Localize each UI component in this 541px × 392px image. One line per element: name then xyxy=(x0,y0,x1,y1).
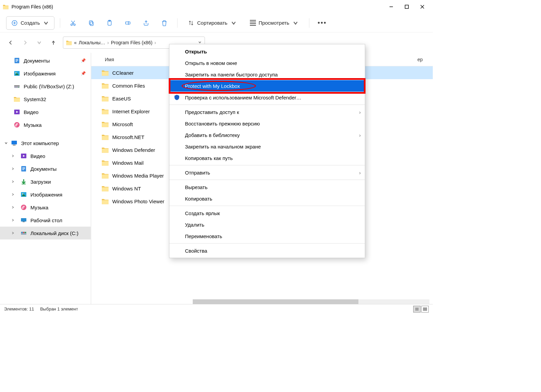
context-separator xyxy=(169,243,365,244)
context-item-label: Отправить xyxy=(185,170,210,176)
column-size-fragment: ер xyxy=(417,57,423,62)
thumbnails-view-button[interactable] xyxy=(421,306,429,313)
file-name: Windows Defender xyxy=(112,147,155,153)
expand-icon[interactable] xyxy=(10,153,16,159)
delete-button[interactable] xyxy=(157,16,172,30)
file-name: Windows Media Player xyxy=(112,173,164,179)
context-menu-item[interactable]: Открыть в новом окне xyxy=(169,57,365,69)
doc-icon xyxy=(14,57,20,64)
forward-button[interactable] xyxy=(20,38,30,47)
svg-rect-34 xyxy=(11,141,17,144)
img-icon xyxy=(20,191,27,198)
horizontal-scrollbar[interactable] xyxy=(193,299,429,304)
svg-rect-29 xyxy=(14,85,20,86)
context-menu-item[interactable]: Открыть xyxy=(169,46,365,57)
pin-icon: 📌 xyxy=(81,58,86,63)
column-name[interactable]: Имя xyxy=(105,57,114,62)
svg-rect-58 xyxy=(425,308,427,309)
context-menu-item[interactable]: Свойства xyxy=(169,245,365,256)
breadcrumb-segment[interactable]: Локальны… xyxy=(79,40,105,45)
view-label: Просмотреть xyxy=(259,20,289,26)
context-menu-item[interactable]: Проверка с использованием Microsoft Defe… xyxy=(169,92,365,103)
title-bar: Program Files (x86) xyxy=(0,0,433,14)
sidebar-this-pc[interactable]: Этот компьютер xyxy=(0,137,91,149)
address-folder-icon xyxy=(66,40,72,46)
rename-button[interactable] xyxy=(120,16,135,30)
context-menu-item[interactable]: Удалить xyxy=(169,219,365,230)
context-menu-item[interactable]: Закрепить на панели быстрого доступа xyxy=(169,69,365,80)
sidebar-tree-item[interactable]: Локальный диск (C:) xyxy=(0,227,91,239)
video-icon xyxy=(20,153,27,159)
expand-icon[interactable] xyxy=(10,205,16,210)
file-name: Windows Mail xyxy=(112,160,144,166)
sidebar-quick-item[interactable]: Документы📌 xyxy=(0,54,91,67)
item-count: Элементов: 11 xyxy=(4,306,34,312)
context-separator xyxy=(169,206,365,206)
context-menu-item[interactable]: Закрепить на начальном экране xyxy=(169,141,365,152)
view-button[interactable]: Просмотреть xyxy=(245,16,304,30)
collapse-icon[interactable] xyxy=(3,140,9,146)
submenu-arrow-icon: › xyxy=(359,132,361,138)
sidebar-quick-item[interactable]: System32 xyxy=(0,93,91,106)
back-button[interactable] xyxy=(6,38,16,47)
submenu-arrow-icon: › xyxy=(359,170,361,176)
music-icon xyxy=(20,204,27,211)
more-button[interactable]: ••• xyxy=(315,16,330,30)
folder-icon xyxy=(101,108,109,115)
context-menu-item[interactable]: Отправить› xyxy=(169,167,365,178)
sidebar-tree-item[interactable]: Изображения xyxy=(0,188,91,201)
sidebar-tree-item[interactable]: Загрузки xyxy=(0,175,91,188)
context-item-label: Предоставить доступ к xyxy=(185,109,239,115)
context-menu-item[interactable]: Восстановить прежнюю версию xyxy=(169,118,365,129)
expand-icon[interactable] xyxy=(10,230,16,236)
context-menu-item[interactable]: Копировать как путь xyxy=(169,152,365,164)
context-menu-item[interactable]: Добавить в библиотеку› xyxy=(169,129,365,141)
breadcrumb-segment[interactable]: Program Files (x86) xyxy=(111,40,152,45)
context-menu-item[interactable]: Создать ярлык xyxy=(169,207,365,219)
context-menu-item[interactable]: Protect with My Lockbox xyxy=(169,80,365,92)
expand-icon[interactable] xyxy=(10,166,16,171)
new-button[interactable]: Создать xyxy=(6,16,54,30)
sidebar-tree-item[interactable]: Музыка xyxy=(0,201,91,214)
maximize-button[interactable] xyxy=(399,0,415,14)
sidebar-quick-item[interactable]: Музыка xyxy=(0,118,91,131)
sort-label: Сортировать xyxy=(197,20,228,26)
sidebar-tree-item[interactable]: Видео xyxy=(0,149,91,162)
toolbar-divider xyxy=(309,18,309,28)
sidebar-item-label: Видео xyxy=(30,153,45,159)
sidebar-item-label: Музыка xyxy=(24,122,42,128)
copy-button[interactable] xyxy=(84,16,99,30)
expand-icon[interactable] xyxy=(10,217,16,223)
svg-point-33 xyxy=(14,122,20,128)
details-view-button[interactable] xyxy=(413,306,421,313)
up-button[interactable] xyxy=(49,38,58,47)
context-menu-item[interactable]: Предоставить доступ к› xyxy=(169,106,365,118)
close-button[interactable] xyxy=(415,0,430,14)
shield-icon xyxy=(173,94,180,101)
recent-button[interactable] xyxy=(34,38,44,47)
sidebar-quick-item[interactable]: Public (\\VBoxSvr) (Z:) xyxy=(0,80,91,93)
context-item-label: Переименовать xyxy=(185,233,222,239)
context-menu-item[interactable]: Переименовать xyxy=(169,230,365,242)
sidebar-item-label: Документы xyxy=(30,166,56,172)
file-name: Windows Photo Viewer xyxy=(112,199,164,204)
sidebar-tree-item[interactable]: Документы xyxy=(0,162,91,175)
svg-rect-35 xyxy=(13,145,16,145)
paste-button[interactable] xyxy=(102,16,117,30)
sidebar-quick-item[interactable]: Видео xyxy=(0,106,91,118)
sort-button[interactable]: Сортировать xyxy=(183,16,242,30)
share-button[interactable] xyxy=(139,16,154,30)
folder-icon xyxy=(101,82,109,89)
context-menu-item[interactable]: Копировать xyxy=(169,193,365,204)
sidebar-item-label: Загрузки xyxy=(30,179,51,185)
context-item-label: Свойства xyxy=(185,248,207,254)
minimize-button[interactable] xyxy=(383,0,399,14)
cut-button[interactable] xyxy=(66,16,80,30)
context-menu-item[interactable]: Вырезать xyxy=(169,181,365,193)
folder-icon xyxy=(101,69,109,76)
sidebar-quick-item[interactable]: Изображения📌 xyxy=(0,67,91,80)
sidebar-tree-item[interactable]: Рабочий стол xyxy=(0,214,91,227)
expand-icon[interactable] xyxy=(10,192,16,197)
breadcrumb-separator: › xyxy=(155,40,156,45)
expand-icon[interactable] xyxy=(10,179,16,184)
